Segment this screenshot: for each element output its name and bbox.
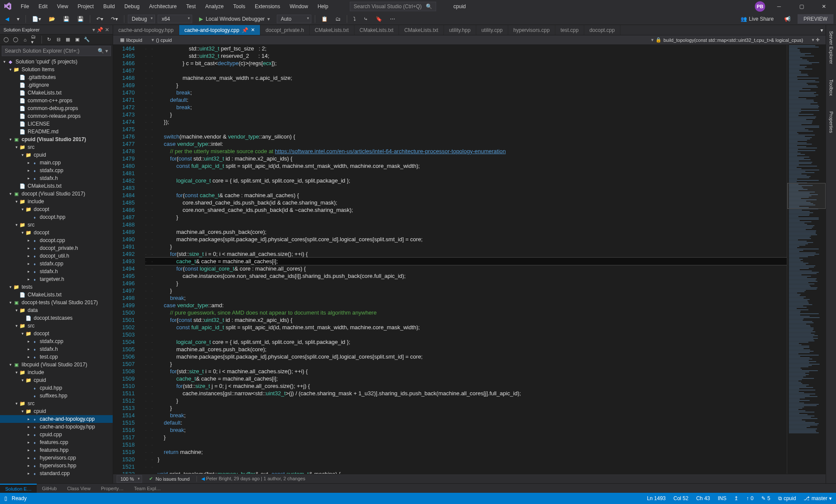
expand-icon[interactable]: ▾: [20, 409, 25, 413]
user-avatar[interactable]: PB: [755, 1, 765, 12]
editor-tab[interactable]: cache-and-topology.cpp📌✕: [179, 25, 260, 35]
tree-item[interactable]: ▾📁cpuid: [0, 407, 113, 415]
expand-icon[interactable]: ▾: [8, 192, 13, 196]
tree-item[interactable]: ▾📁cpuid: [0, 376, 113, 384]
debug-target-dropdown[interactable]: Auto: [277, 15, 311, 23]
bookmark-icon[interactable]: 🔖: [373, 15, 385, 23]
editor-tab[interactable]: utility.hpp: [444, 25, 476, 35]
bottom-tab[interactable]: Solution E…: [0, 484, 37, 493]
expand-icon[interactable]: ▾: [8, 67, 13, 72]
minimap-viewport[interactable]: [787, 183, 826, 209]
git-blame-info[interactable]: ◀ Peter Bright, 29 days ago | 1 author, …: [196, 476, 305, 482]
new-project-button[interactable]: 📄▾: [29, 15, 44, 23]
expand-icon[interactable]: ▸: [26, 339, 31, 343]
expand-icon[interactable]: ▾: [20, 331, 25, 336]
platform-dropdown[interactable]: x64: [158, 15, 192, 23]
expand-icon[interactable]: ▾: [8, 300, 13, 305]
expand-icon[interactable]: ▸: [26, 425, 31, 429]
tree-item[interactable]: 📄docopt.testcases: [0, 314, 113, 322]
panel-pin-icon[interactable]: 📌: [97, 27, 103, 33]
tree-item[interactable]: ▾📁src: [0, 221, 113, 229]
expand-icon[interactable]: ▾: [14, 223, 19, 227]
bottom-tab[interactable]: Property…: [96, 484, 129, 493]
tb-icon-6[interactable]: ⋯: [387, 15, 398, 23]
expand-icon[interactable]: ▾: [8, 285, 13, 289]
feedback-icon[interactable]: 📢: [782, 15, 793, 23]
expand-icon[interactable]: ▸: [26, 168, 31, 173]
expand-icon[interactable]: ▾: [14, 199, 19, 204]
expand-icon[interactable]: ▸: [26, 456, 31, 460]
expand-icon[interactable]: ▸: [26, 432, 31, 437]
se-preview-icon[interactable]: ▣: [74, 36, 81, 43]
expand-icon[interactable]: ▸: [26, 246, 31, 250]
status-ins[interactable]: INS: [718, 495, 726, 501]
status-ch[interactable]: Ch 43: [696, 495, 710, 501]
menu-edit[interactable]: Edit: [34, 2, 52, 11]
expand-icon[interactable]: ▸: [26, 463, 31, 468]
minimap[interactable]: [787, 45, 826, 474]
status-up[interactable]: ↑ 0: [746, 495, 754, 501]
expand-icon[interactable]: ▸: [26, 176, 31, 180]
expand-icon[interactable]: ▸: [26, 277, 31, 281]
menu-analyze[interactable]: Analyze: [201, 2, 228, 11]
zoom-dropdown[interactable]: 100 %: [117, 475, 142, 483]
tree-item[interactable]: ▸⬧main.cpp: [0, 159, 113, 167]
tree-item[interactable]: ▾📁src: [0, 143, 113, 151]
open-button[interactable]: 📂: [46, 15, 58, 23]
menu-window[interactable]: Window: [285, 2, 313, 11]
tree-item[interactable]: ▾▣docopt-tests (Visual Studio 2017): [0, 299, 113, 306]
tree-item[interactable]: ▸⬧targetver.h: [0, 275, 113, 283]
breadcrumb-scope[interactable]: ▾ () cpuid: [148, 37, 175, 43]
expand-icon[interactable]: ▸: [26, 254, 31, 258]
tree-item[interactable]: ▾📁tests: [0, 283, 113, 291]
expand-icon[interactable]: ▸: [26, 471, 31, 476]
expand-icon[interactable]: ▾: [8, 137, 13, 142]
maximize-button[interactable]: ▢: [793, 0, 810, 13]
preview-badge[interactable]: PREVIEW: [798, 14, 833, 24]
nav-back-button[interactable]: ◀: [3, 15, 12, 23]
expand-icon[interactable]: ▸: [26, 261, 31, 266]
se-showall-icon[interactable]: ▦: [64, 36, 71, 43]
tree-item[interactable]: 📄common-c++.props: [0, 97, 113, 104]
tab-close-icon[interactable]: ✕: [251, 27, 255, 33]
expand-icon[interactable]: ▾: [20, 153, 25, 157]
solution-tree[interactable]: ▾◆Solution 'cpuid' (5 projects)▾📁Solutio…: [0, 57, 113, 483]
menu-extensions[interactable]: Extensions: [250, 2, 285, 11]
panel-close-icon[interactable]: ✕: [105, 27, 109, 33]
tree-item[interactable]: ▸⬧hypervisors.cpp: [0, 454, 113, 462]
expand-icon[interactable]: ▾: [14, 145, 19, 149]
breadcrumb-project[interactable]: ▦ libcpuid: [117, 37, 146, 43]
expand-icon[interactable]: ▾: [14, 370, 19, 375]
expand-icon[interactable]: ▸: [26, 269, 31, 274]
expand-icon[interactable]: ▾: [20, 207, 25, 211]
editor-tab[interactable]: utility.cpp: [476, 25, 508, 35]
tree-item[interactable]: ▾📁data: [0, 306, 113, 314]
tree-item[interactable]: ▾▣cpuid (Visual Studio 2017): [0, 135, 113, 143]
editor-tab[interactable]: test.cpp: [555, 25, 584, 35]
tree-item[interactable]: ⬧cpuid.hpp: [0, 384, 113, 392]
se-home-icon[interactable]: ⌂: [22, 36, 28, 43]
config-dropdown[interactable]: Debug: [128, 15, 155, 23]
tree-item[interactable]: ▾📁cpuid: [0, 151, 113, 159]
expand-icon[interactable]: ▾: [14, 308, 19, 312]
tree-item[interactable]: ▾📁include: [0, 198, 113, 205]
tree-item[interactable]: ▾📁Solution Items: [0, 66, 113, 73]
fold-gutter[interactable]: [139, 45, 145, 474]
tree-item[interactable]: ⬧suffixes.hpp: [0, 392, 113, 400]
menu-debug[interactable]: Debug: [120, 2, 144, 11]
tree-item[interactable]: 📄.gitattributes: [0, 73, 113, 81]
live-share-button[interactable]: 👥 Live Share: [737, 15, 777, 23]
editor-tab[interactable]: docopt_private.h: [260, 25, 310, 35]
menu-test[interactable]: Test: [182, 2, 200, 11]
editor-tab[interactable]: CMakeLists.txt: [399, 25, 444, 35]
editor-tab[interactable]: CMakeLists.txt: [310, 25, 355, 35]
tree-item[interactable]: ▸⬧hypervisors.hpp: [0, 462, 113, 469]
tree-item[interactable]: 📄.gitignore: [0, 81, 113, 89]
se-props-icon[interactable]: 🔧: [83, 36, 90, 43]
tree-item[interactable]: 📄CMakeLists.txt: [0, 89, 113, 97]
se-switch-icon[interactable]: 🗂▾: [31, 36, 38, 43]
tree-item[interactable]: ▾📁docopt: [0, 205, 113, 213]
expand-icon[interactable]: ▸: [26, 347, 31, 351]
start-debug-button[interactable]: ▶ Local Windows Debugger ▾: [195, 15, 274, 23]
tree-item[interactable]: ▸⬧docopt.cpp: [0, 236, 113, 244]
